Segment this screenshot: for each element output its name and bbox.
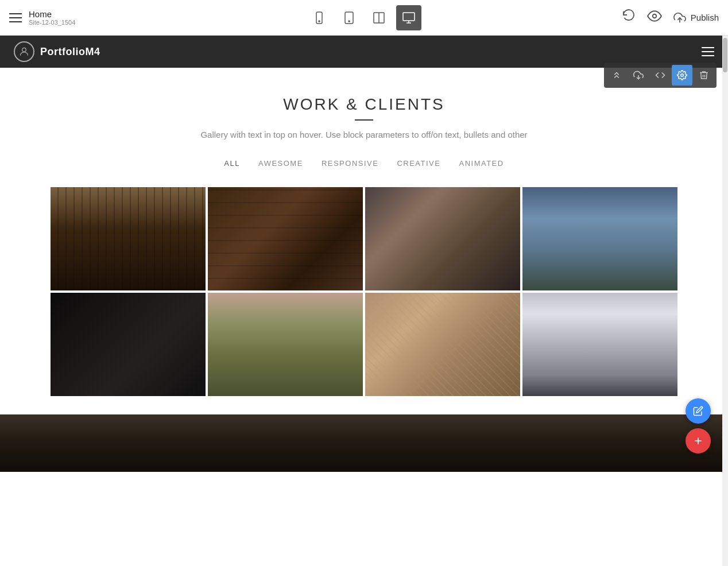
- gallery-item-6[interactable]: [208, 293, 363, 396]
- download-icon: [633, 70, 644, 80]
- filter-tab-animated[interactable]: ANIMATED: [459, 158, 504, 169]
- wc-section: WORK & CLIENTS Gallery with text in top …: [0, 68, 728, 414]
- svg-rect-6: [403, 13, 415, 21]
- fab-add-icon: +: [694, 433, 702, 449]
- undo-icon: [622, 9, 636, 23]
- gallery-image-wood: [208, 187, 363, 290]
- desktop-device-button[interactable]: [396, 5, 421, 30]
- portfolio-logo-area: PortfolioM4: [14, 41, 100, 62]
- gallery-item-8[interactable]: [522, 293, 677, 396]
- svg-point-11: [22, 48, 26, 52]
- svg-point-3: [348, 21, 350, 22]
- gallery-image-dark-figure: [51, 293, 206, 396]
- gallery-item-5[interactable]: [51, 293, 206, 396]
- block-delete-button[interactable]: [694, 65, 714, 86]
- user-icon: [18, 46, 30, 57]
- bottom-hero-section: [0, 414, 728, 472]
- gallery-image-man: [365, 187, 520, 290]
- tablet-icon: [342, 11, 356, 25]
- fab-edit-button[interactable]: [686, 398, 711, 424]
- gallery-image-sky: [522, 187, 677, 290]
- site-info: Home Site-12-03_1504: [29, 9, 75, 26]
- block-download-button[interactable]: [628, 65, 649, 86]
- device-icons: [307, 5, 421, 30]
- filter-tabs: ALL AWESOME RESPONSIVE CREATIVE ANIMATED: [14, 158, 714, 169]
- portfolio-brand-name: PortfolioM4: [40, 46, 100, 58]
- filter-tab-responsive[interactable]: RESPONSIVE: [322, 158, 379, 169]
- top-bar: Home Site-12-03_1504: [0, 0, 728, 36]
- main-content: WORK & CLIENTS Gallery with text in top …: [0, 68, 728, 566]
- filter-tab-creative[interactable]: CREATIVE: [397, 158, 440, 169]
- wc-subtitle: Gallery with text in top on hover. Use b…: [14, 130, 714, 139]
- gallery-item-2[interactable]: [208, 187, 363, 290]
- scroll-track[interactable]: [722, 36, 728, 566]
- code-icon: [655, 70, 665, 80]
- gallery-item-7[interactable]: [365, 293, 520, 396]
- site-subtitle: Site-12-03_1504: [29, 19, 75, 26]
- gallery-image-person-hat: [522, 293, 677, 396]
- portfolio-hamburger-icon[interactable]: [702, 47, 714, 56]
- eye-icon: [647, 9, 662, 24]
- block-toolbar: [604, 63, 717, 88]
- undo-button[interactable]: [622, 9, 636, 26]
- scroll-thumb[interactable]: [723, 38, 727, 72]
- block-code-button[interactable]: [650, 65, 671, 86]
- pencil-icon: [693, 406, 703, 416]
- publish-label: Publish: [691, 13, 719, 22]
- gallery-image-hills: [208, 293, 363, 396]
- block-move-button[interactable]: [606, 65, 627, 86]
- mobile-icon: [312, 11, 326, 25]
- move-icon: [611, 70, 622, 80]
- svg-point-13: [681, 74, 684, 77]
- gallery-image-maps: [365, 293, 520, 396]
- gallery-item-3[interactable]: [365, 187, 520, 290]
- image-gallery: [14, 187, 714, 396]
- wc-title: WORK & CLIENTS: [14, 95, 714, 114]
- svg-point-9: [653, 14, 657, 18]
- svg-point-1: [319, 21, 320, 22]
- publish-button[interactable]: Publish: [673, 11, 719, 24]
- hamburger-menu-icon[interactable]: [9, 13, 22, 22]
- split-icon: [372, 11, 386, 25]
- tablet-device-button[interactable]: [336, 5, 362, 30]
- filter-tab-all[interactable]: ALL: [224, 158, 240, 169]
- block-settings-button[interactable]: [672, 65, 692, 86]
- fab-add-button[interactable]: +: [686, 428, 711, 453]
- upload-cloud-icon: [673, 11, 686, 24]
- avatar: [14, 41, 34, 62]
- filter-tab-awesome[interactable]: AWESOME: [258, 158, 303, 169]
- gallery-image-forest: [51, 187, 206, 290]
- trash-icon: [699, 70, 709, 80]
- settings-icon: [677, 70, 687, 80]
- top-bar-left: Home Site-12-03_1504: [9, 9, 75, 26]
- gallery-item-4[interactable]: [522, 187, 677, 290]
- preview-button[interactable]: [647, 9, 662, 27]
- mobile-device-button[interactable]: [307, 5, 332, 30]
- gallery-item-1[interactable]: [51, 187, 206, 290]
- split-device-button[interactable]: [366, 5, 392, 30]
- wc-divider: [355, 119, 373, 121]
- desktop-icon: [402, 11, 416, 25]
- site-title: Home: [29, 9, 75, 19]
- top-bar-right: Publish: [622, 9, 719, 27]
